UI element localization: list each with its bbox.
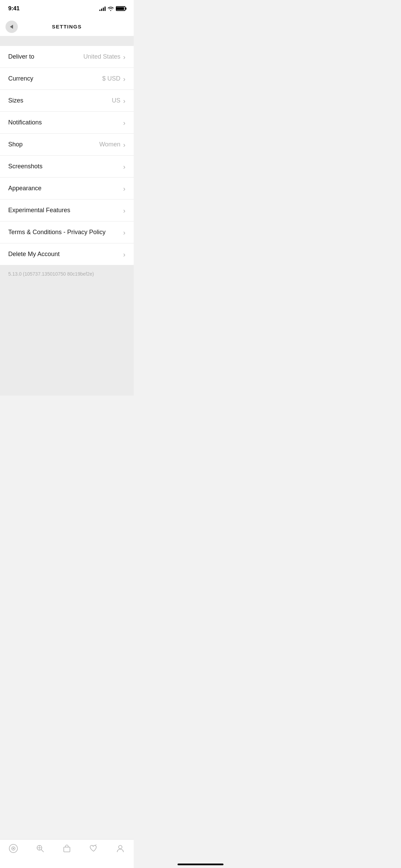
- bottom-fill: [0, 293, 134, 396]
- chevron-icon: ›: [123, 97, 125, 104]
- wifi-icon: [108, 7, 114, 11]
- chevron-icon: ›: [123, 229, 125, 236]
- chevron-icon: ›: [123, 53, 125, 60]
- settings-item-terms[interactable]: Terms & Conditions - Privacy Policy ›: [0, 221, 134, 243]
- terms-right: ›: [123, 229, 125, 236]
- nav-header: SETTINGS: [0, 17, 134, 36]
- chevron-icon: ›: [123, 75, 125, 82]
- settings-item-currency[interactable]: Currency $ USD ›: [0, 68, 134, 90]
- experimental-label: Experimental Features: [8, 207, 70, 214]
- settings-item-deliver-to[interactable]: Deliver to United States ›: [0, 46, 134, 68]
- status-icons: [99, 6, 125, 11]
- chevron-icon: ›: [123, 207, 125, 214]
- settings-item-experimental[interactable]: Experimental Features ›: [0, 200, 134, 221]
- status-time: 9:41: [8, 5, 20, 12]
- settings-item-screenshots[interactable]: Screenshots ›: [0, 156, 134, 178]
- back-arrow-icon: [10, 25, 13, 29]
- chevron-icon: ›: [123, 163, 125, 170]
- chevron-icon: ›: [123, 141, 125, 148]
- experimental-right: ›: [123, 207, 125, 214]
- sizes-right: US ›: [112, 97, 125, 104]
- notifications-label: Notifications: [8, 119, 42, 126]
- currency-label: Currency: [8, 75, 33, 82]
- currency-right: $ USD ›: [102, 75, 125, 82]
- delete-account-right: ›: [123, 251, 125, 258]
- version-info: 5.13.0 (105737.135010750 80c19bef2e): [0, 265, 134, 293]
- deliver-to-value: United States: [83, 53, 120, 60]
- status-bar: 9:41: [0, 0, 134, 17]
- shop-value: Women: [99, 141, 121, 148]
- page-title: SETTINGS: [52, 24, 82, 29]
- sizes-label: Sizes: [8, 97, 23, 104]
- screenshots-right: ›: [123, 163, 125, 170]
- sizes-value: US: [112, 97, 120, 104]
- notifications-right: ›: [123, 119, 125, 126]
- deliver-to-right: United States ›: [83, 53, 125, 60]
- chevron-icon: ›: [123, 119, 125, 126]
- deliver-to-label: Deliver to: [8, 53, 34, 60]
- settings-item-sizes[interactable]: Sizes US ›: [0, 90, 134, 112]
- shop-right: Women ›: [99, 141, 125, 148]
- battery-icon: [116, 6, 125, 11]
- back-button[interactable]: [5, 21, 18, 33]
- terms-label: Terms & Conditions - Privacy Policy: [8, 229, 106, 236]
- settings-item-shop[interactable]: Shop Women ›: [0, 134, 134, 156]
- delete-account-label: Delete My Account: [8, 251, 60, 258]
- version-text: 5.13.0 (105737.135010750 80c19bef2e): [8, 271, 94, 277]
- settings-item-notifications[interactable]: Notifications ›: [0, 112, 134, 134]
- settings-item-appearance[interactable]: Appearance ›: [0, 178, 134, 200]
- screenshots-label: Screenshots: [8, 163, 42, 170]
- section-divider-top: [0, 36, 134, 46]
- chevron-icon: ›: [123, 185, 125, 192]
- chevron-icon: ›: [123, 251, 125, 258]
- settings-item-delete-account[interactable]: Delete My Account ›: [0, 243, 134, 265]
- currency-value: $ USD: [102, 75, 120, 82]
- signal-icon: [99, 6, 106, 11]
- shop-label: Shop: [8, 141, 23, 148]
- appearance-label: Appearance: [8, 185, 41, 192]
- appearance-right: ›: [123, 185, 125, 192]
- settings-list: Deliver to United States › Currency $ US…: [0, 46, 134, 265]
